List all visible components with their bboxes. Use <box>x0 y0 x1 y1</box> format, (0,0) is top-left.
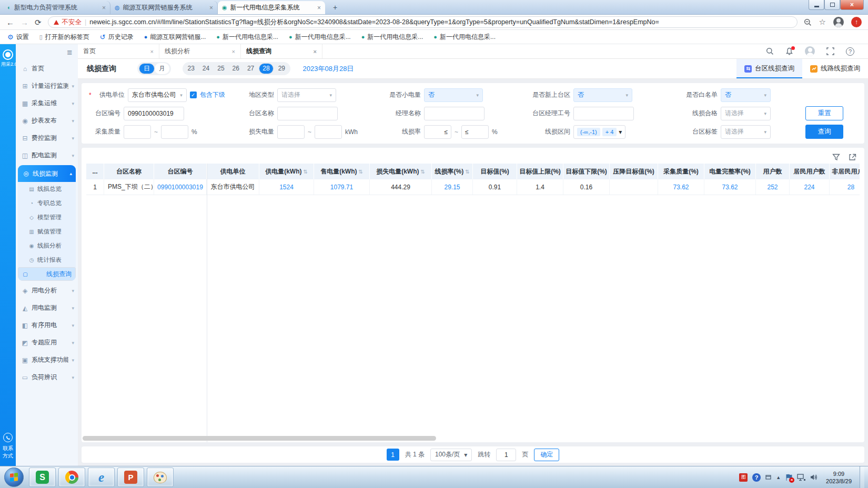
export-icon[interactable] <box>849 154 856 161</box>
cell-supply-energy-link[interactable]: 1524 <box>259 179 314 195</box>
browser-tab-3-active[interactable]: ◉ 新一代用电信息采集系统 × <box>218 1 325 14</box>
browser-update-icon[interactable]: ↑ <box>851 17 862 27</box>
station-no-input[interactable] <box>124 107 184 120</box>
bookmark-collect-4[interactable]: ●新一代用电信息采... <box>433 33 496 42</box>
sidebar-item-home[interactable]: ⌂ 首页 <box>16 60 78 77</box>
maximize-button[interactable] <box>824 0 840 10</box>
page-size-select[interactable]: 100条/页 ▾ <box>430 449 472 461</box>
sort-icon[interactable]: ⇅ <box>465 169 469 175</box>
manager-no-input[interactable] <box>573 107 634 120</box>
column-filter-icon[interactable] <box>832 154 840 161</box>
day-23[interactable]: 23 <box>184 63 198 74</box>
station-tag-select[interactable]: 请选择▾ <box>721 125 771 139</box>
tray-window-icon[interactable] <box>765 475 771 480</box>
sidebar-item-orderly-power[interactable]: ◧ 有序用电 ▾ <box>16 317 78 334</box>
selected-date-label[interactable]: 2023年08月28日 <box>303 64 354 74</box>
page-1-button[interactable]: 1 <box>387 449 399 461</box>
sidebar-item-usage-analysis[interactable]: ◈ 用电分析 ▾ <box>16 282 78 299</box>
tab-close-icon[interactable]: × <box>317 4 321 12</box>
manager-name-input[interactable] <box>424 107 485 120</box>
day-25[interactable]: 25 <box>214 63 228 74</box>
taskbar-chrome[interactable] <box>58 467 85 487</box>
sidebar-item-usage-monitor[interactable]: ◭ 用电监测 ▾ <box>16 299 78 317</box>
sidebar-item-meter-reading[interactable]: ◉ 抄表发布 ▾ <box>16 112 78 129</box>
horizontal-scrollbar[interactable] <box>83 436 863 441</box>
bookmark-star-icon[interactable]: ☆ <box>819 17 826 27</box>
workspace-tab-loss-query-active[interactable]: 线损查询 × <box>241 44 322 58</box>
bookmark-marketing[interactable]: ●能源互联网营销服... <box>144 33 206 42</box>
profile-avatar[interactable] <box>833 17 844 27</box>
action-center-flag-icon[interactable]: × <box>785 474 792 481</box>
cell-loss-rate-link[interactable]: 29.15 <box>432 179 473 195</box>
white-list-select[interactable]: 否▾ <box>721 88 771 102</box>
sidebar-subitem-loss-query-selected[interactable]: ▢ 线损查询 <box>18 267 76 281</box>
show-desktop-button[interactable] <box>860 466 864 488</box>
include-sub-label[interactable]: 包含下级 <box>200 90 225 99</box>
sidebar-collapse-icon[interactable]: ≣ <box>67 48 73 56</box>
network-icon[interactable] <box>797 474 805 481</box>
new-tab-button[interactable]: + <box>328 3 342 12</box>
url-text[interactable]: neweic.js.sgcc.com.cn/#/llm/line/Station… <box>89 18 659 27</box>
search-icon[interactable] <box>766 47 774 55</box>
bookmark-newtab[interactable]: ▯打开新的标签页 <box>39 33 89 42</box>
power-unit-select[interactable]: 东台市供电公司▾ <box>128 88 187 102</box>
cell-collect-quality-link[interactable]: 73.62 <box>658 179 704 195</box>
include-sub-checkbox[interactable]: ✓ <box>190 92 197 98</box>
loss-qualified-select[interactable]: 请选择▾ <box>721 107 771 120</box>
loss-energy-min-input[interactable] <box>277 125 305 139</box>
browser-tab-1[interactable]: ◐ 新型电力负荷管理系统 × <box>3 1 110 14</box>
sidebar-subitem-duty-overview[interactable]: ◔ 专职总览 <box>18 196 76 210</box>
sidebar-subitem-assign-mgmt[interactable]: ▥ 赋值管理 <box>18 225 76 239</box>
scrollbar-thumb[interactable] <box>83 436 436 441</box>
user-avatar[interactable] <box>805 46 815 56</box>
cell-integrity-link[interactable]: 73.62 <box>704 179 756 195</box>
contact-widget[interactable]: 联系 方式 <box>0 433 16 460</box>
cell-resident-users-link[interactable]: 224 <box>790 179 830 195</box>
tray-app-icon[interactable]: 图 <box>739 473 748 482</box>
cell-station-no-link[interactable]: 0990100003019 <box>154 179 207 195</box>
collect-quality-min-input[interactable] <box>124 125 151 139</box>
collect-quality-max-input[interactable] <box>161 125 188 139</box>
loss-energy-max-input[interactable] <box>315 125 342 139</box>
loss-range-select[interactable]: (-∞,-1) + 4 ▾ <box>573 125 625 139</box>
day-27[interactable]: 27 <box>244 63 257 74</box>
sidebar-item-metering[interactable]: ⊞ 计量运行监测 ▾ <box>16 77 78 95</box>
cell-sale-energy-link[interactable]: 1079.71 <box>314 179 370 195</box>
day-29[interactable]: 29 <box>275 63 288 74</box>
taskbar-powerpoint[interactable]: P <box>117 467 144 487</box>
cell-non-resident-users-link[interactable]: 28 <box>830 179 860 195</box>
table-row[interactable]: 1 PMS_下坝（二）... 0990100003019 东台市供电公司 152… <box>86 179 860 195</box>
minimize-button[interactable] <box>809 0 824 10</box>
day-26[interactable]: 26 <box>229 63 243 74</box>
tray-help-icon[interactable]: ? <box>752 473 761 482</box>
sidebar-item-special-apps[interactable]: ◩ 专题应用 ▾ <box>16 334 78 351</box>
sidebar-subitem-loss-overview[interactable]: ▤ 线损总览 <box>18 182 76 196</box>
new-station-select[interactable]: 否▾ <box>573 88 632 102</box>
col-loss-rate[interactable]: 线损率(%)⇅ <box>432 164 473 179</box>
loss-range-tag[interactable]: (-∞,-1) <box>577 128 600 136</box>
help-icon[interactable]: ? <box>846 47 854 56</box>
granularity-month[interactable]: 月 <box>155 63 169 74</box>
fullscreen-icon[interactable] <box>826 47 834 55</box>
small-power-select[interactable]: 否▾ <box>424 88 483 102</box>
col-loss-energy[interactable]: 损失电量(kWh)⇅ <box>370 164 432 179</box>
sort-icon[interactable]: ⇅ <box>358 169 362 175</box>
security-warning[interactable]: 不安全 <box>62 18 82 27</box>
sort-icon[interactable]: ⇅ <box>420 169 425 175</box>
taskbar-ie[interactable]: e <box>88 467 115 487</box>
view-tab-line-loss[interactable]: 线路线损查询 <box>802 59 868 78</box>
workspace-tab-home[interactable]: 首页 × <box>78 44 159 58</box>
col-ellipsis[interactable]: ... <box>86 164 104 179</box>
taskbar-clock[interactable]: 9:09 2023/8/29 <box>823 470 855 485</box>
bookmark-collect-1[interactable]: ●新一代用电信息采... <box>216 33 278 42</box>
start-button[interactable] <box>4 467 24 487</box>
forward-icon[interactable]: → <box>21 18 28 26</box>
col-sale-energy[interactable]: 售电量(kWh)⇅ <box>314 164 370 179</box>
close-button[interactable]: × <box>840 0 864 10</box>
close-icon[interactable]: × <box>232 48 235 55</box>
bookmark-history[interactable]: ↺历史记录 <box>100 33 134 42</box>
query-button[interactable]: 查询 <box>805 125 843 139</box>
browser-tab-2[interactable]: ◍ 能源互联网营销服务系统 × <box>110 1 218 14</box>
bookmark-collect-2[interactable]: ●新一代用电信息采... <box>289 33 351 42</box>
taskbar-paint[interactable] <box>147 467 174 487</box>
